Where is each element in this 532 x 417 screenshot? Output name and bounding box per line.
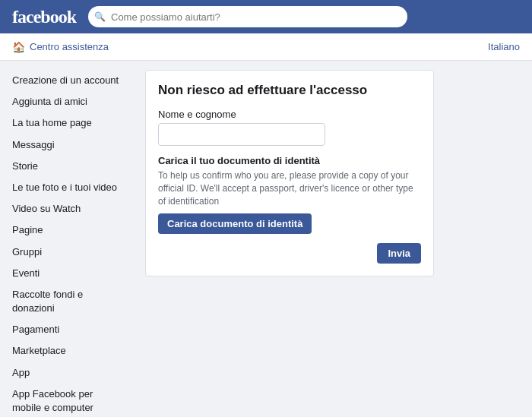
header: facebook 🔍 [0, 0, 532, 33]
search-input[interactable] [88, 6, 407, 27]
sidebar-item-gruppi[interactable]: Gruppi [12, 242, 124, 263]
sidebar-item-watch[interactable]: Video su Watch [12, 198, 124, 220]
sidebar-item-app-mobile[interactable]: App Facebook per mobile e computer [12, 384, 124, 417]
sidebar-item-marketplace[interactable]: Marketplace [12, 340, 124, 362]
sidebar: Creazione di un account Aggiunta di amic… [0, 61, 133, 417]
card-title: Non riesco ad effettuare l'accesso [158, 83, 421, 98]
sidebar-item-pagamenti[interactable]: Pagamenti [12, 319, 124, 340]
name-input[interactable] [158, 123, 325, 146]
sidebar-item-eventi[interactable]: Eventi [12, 263, 124, 284]
submit-row: Invia [158, 243, 421, 264]
search-icon: 🔍 [94, 11, 106, 22]
sidebar-item-homepage[interactable]: La tua home page [12, 112, 124, 134]
upload-label: Carica il tuo documento di identità [158, 155, 421, 166]
search-bar: 🔍 [88, 6, 407, 27]
name-form-group: Nome e cognome [158, 109, 421, 146]
subnav-language[interactable]: Italiano [488, 41, 520, 52]
submit-button[interactable]: Invia [377, 243, 421, 264]
sidebar-item-amici[interactable]: Aggiunta di amici [12, 91, 124, 112]
sidebar-item-pagine[interactable]: Pagine [12, 220, 124, 241]
sidebar-item-creazione[interactable]: Creazione di un account [12, 70, 124, 91]
name-label: Nome e cognome [158, 109, 421, 120]
sidebar-item-messaggi[interactable]: Messaggi [12, 134, 124, 156]
page-layout: Creazione di un account Aggiunta di amic… [0, 61, 532, 417]
sidebar-item-storie[interactable]: Storie [12, 156, 124, 177]
upload-description: To help us confirm who you are, please p… [158, 169, 421, 207]
upload-id-button[interactable]: Carica documento di identità [158, 213, 312, 234]
sidebar-item-app[interactable]: App [12, 362, 124, 384]
home-icon: 🏠 [12, 41, 25, 53]
upload-section: Carica il tuo documento di identità To h… [158, 155, 421, 234]
help-card: Non riesco ad effettuare l'accesso Nome … [145, 70, 434, 276]
subnav-label: Centro assistenza [30, 41, 109, 52]
main-content: Non riesco ad effettuare l'accesso Nome … [133, 61, 532, 417]
subnav-center-assistenza[interactable]: 🏠 Centro assistenza [12, 41, 109, 53]
sidebar-item-raccolte[interactable]: Raccolte fondi e donazioni [12, 284, 124, 319]
sidebar-item-foto[interactable]: Le tue foto e i tuoi video [12, 177, 124, 198]
subnav: 🏠 Centro assistenza Italiano [0, 33, 532, 61]
facebook-logo: facebook [12, 7, 76, 27]
